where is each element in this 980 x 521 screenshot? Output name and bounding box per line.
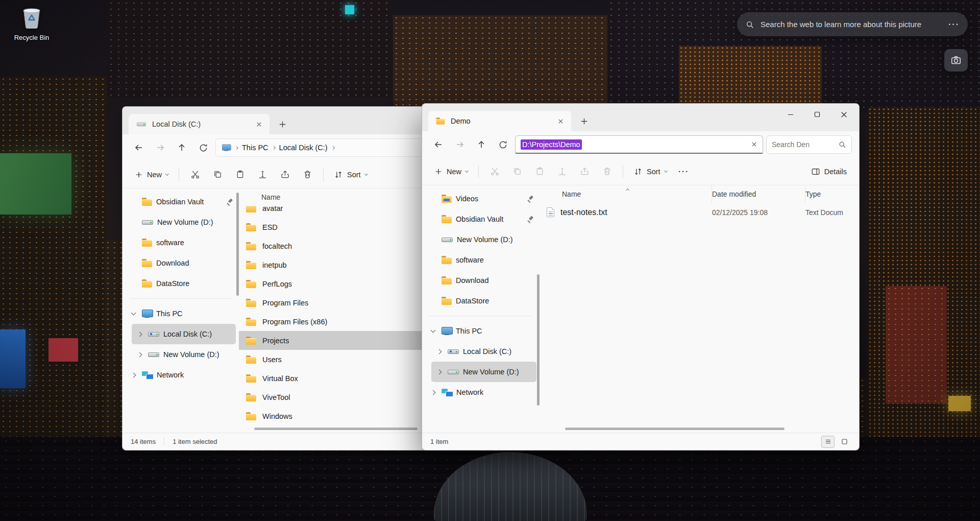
new-tab-button[interactable]: [274, 115, 291, 133]
forward-button[interactable]: [451, 135, 469, 154]
horizontal-scrollbar[interactable]: [550, 426, 849, 431]
scrollbar-thumb[interactable]: [565, 428, 785, 430]
scrollbar-thumb[interactable]: [254, 428, 418, 430]
tab-close-button[interactable]: [252, 117, 265, 131]
paste-button[interactable]: [229, 165, 251, 184]
column-header-name[interactable]: Name: [540, 185, 712, 203]
refresh-button[interactable]: [194, 138, 212, 157]
new-button[interactable]: New: [429, 162, 473, 181]
sidebar-item-software[interactable]: software: [425, 250, 536, 270]
rename-button[interactable]: [551, 162, 573, 181]
sidebar-item-obsidian-vault[interactable]: Obsidian Vault: [126, 192, 236, 212]
share-button[interactable]: [574, 162, 595, 181]
close-icon: [256, 121, 262, 128]
sidebar-item-new-volume-d-tree[interactable]: New Volume (D:): [431, 362, 536, 382]
visual-search-button[interactable]: [944, 49, 968, 72]
drive-icon: [442, 238, 453, 242]
spotlight-search-bar[interactable]: Search the web to learn more about this …: [737, 12, 968, 36]
breadcrumb-this-pc[interactable]: This PC: [242, 144, 268, 152]
sidebar-item-videos[interactable]: Videos: [425, 188, 536, 209]
maximize-button[interactable]: [804, 105, 830, 124]
tab-close-button[interactable]: [554, 114, 567, 128]
yellow-sign: [948, 396, 971, 411]
file-row-test-notes[interactable]: test-notes.txt 02/12/2025 19:08 Text Doc…: [540, 203, 859, 222]
sort-button[interactable]: Sort: [628, 162, 672, 181]
sort-label: Sort: [347, 171, 361, 179]
rename-button[interactable]: [252, 165, 273, 184]
sidebar-item-this-pc[interactable]: This PC: [126, 303, 236, 324]
search-input[interactable]: [772, 140, 835, 149]
sidebar-item-download[interactable]: Download: [425, 270, 536, 291]
copy-button[interactable]: [506, 162, 528, 181]
sidebar-item-new-volume-d-tree[interactable]: New Volume (D:): [132, 344, 236, 365]
this-pc-icon: [142, 310, 152, 318]
copy-button[interactable]: [207, 165, 228, 184]
sidebar-item-local-disk-c[interactable]: Local Disk (C:): [132, 324, 236, 344]
cut-button[interactable]: [484, 162, 505, 181]
sidebar-item-new-volume-d[interactable]: New Volume (D:): [425, 229, 536, 250]
delete-button[interactable]: [297, 165, 318, 184]
folder-icon: [246, 242, 256, 250]
large-icons-view-button[interactable]: [838, 436, 851, 448]
paste-button[interactable]: [529, 162, 550, 181]
close-window-button[interactable]: [830, 105, 857, 124]
up-button[interactable]: [173, 138, 191, 157]
folder-icon: [142, 198, 152, 206]
sidebar-item-software[interactable]: software: [126, 232, 236, 253]
minimize-button[interactable]: [777, 105, 804, 124]
navigation-pane: Videos Obsidian Vault New Volume (D:) so…: [422, 185, 540, 433]
back-button[interactable]: [429, 135, 448, 154]
search-box[interactable]: [766, 135, 852, 154]
sidebar-item-obsidian-vault[interactable]: Obsidian Vault: [425, 209, 536, 229]
new-label: New: [447, 168, 461, 176]
column-header-name[interactable]: Name: [239, 193, 280, 201]
up-button[interactable]: [472, 135, 491, 154]
view-toggles: [821, 436, 851, 448]
refresh-icon: [498, 140, 508, 150]
explorer-window-demo: Demo D:\Projects\Demo: [422, 103, 860, 451]
pin-icon: [226, 199, 233, 205]
see-more-button[interactable]: ···: [673, 162, 695, 181]
blue-billboard: [0, 329, 26, 388]
chevron-down-icon: [465, 169, 469, 172]
column-header-type[interactable]: Type: [805, 185, 859, 203]
list-view-button[interactable]: [821, 436, 835, 448]
cut-button[interactable]: [184, 165, 206, 184]
plus-icon: [135, 171, 143, 179]
breadcrumb-local-disk[interactable]: Local Disk (C:): [279, 144, 328, 152]
address-input[interactable]: D:\Projects\Demo: [515, 135, 763, 154]
scissors-icon: [490, 167, 500, 176]
sidebar-item-network[interactable]: Network: [425, 382, 536, 402]
spotlight-more-button[interactable]: ···: [948, 20, 960, 29]
recycle-bin-shortcut[interactable]: Recycle Bin: [7, 5, 56, 41]
sidebar-item-label: New Volume (D:): [457, 235, 533, 244]
folder-icon: [246, 337, 256, 345]
sidebar-item-datastore[interactable]: DataStore: [425, 291, 536, 311]
folder-icon: [142, 239, 152, 247]
details-button[interactable]: Details: [806, 162, 852, 181]
item-count: 14 items: [131, 438, 156, 445]
forward-button[interactable]: [151, 138, 169, 157]
share-button[interactable]: [274, 165, 296, 184]
file-list-pane: Name Date modified Type test-notes.txt 0…: [540, 185, 859, 433]
sort-button[interactable]: Sort: [329, 165, 373, 184]
column-header-date-modified[interactable]: Date modified: [712, 185, 805, 203]
new-button[interactable]: New: [130, 165, 174, 184]
scissors-icon: [190, 170, 200, 179]
network-icon: [442, 389, 452, 396]
new-tab-button[interactable]: [575, 112, 593, 130]
close-icon: [751, 141, 757, 148]
tab-demo[interactable]: Demo: [428, 111, 571, 131]
back-button[interactable]: [130, 138, 148, 157]
sidebar-item-new-volume-d[interactable]: New Volume (D:): [126, 212, 236, 232]
sidebar-item-download[interactable]: Download: [126, 253, 236, 273]
refresh-button[interactable]: [494, 135, 512, 154]
sidebar-item-network[interactable]: Network: [126, 365, 236, 385]
delete-button[interactable]: [596, 162, 618, 181]
sidebar-item-local-disk-c[interactable]: Local Disk (C:): [431, 341, 536, 362]
tab-local-disk[interactable]: Local Disk (C:): [129, 114, 270, 134]
sidebar-item-this-pc[interactable]: This PC: [425, 321, 536, 341]
clear-address-button[interactable]: [751, 141, 757, 148]
sidebar-item-datastore[interactable]: DataStore: [126, 273, 236, 294]
more-icon: ···: [678, 167, 689, 176]
